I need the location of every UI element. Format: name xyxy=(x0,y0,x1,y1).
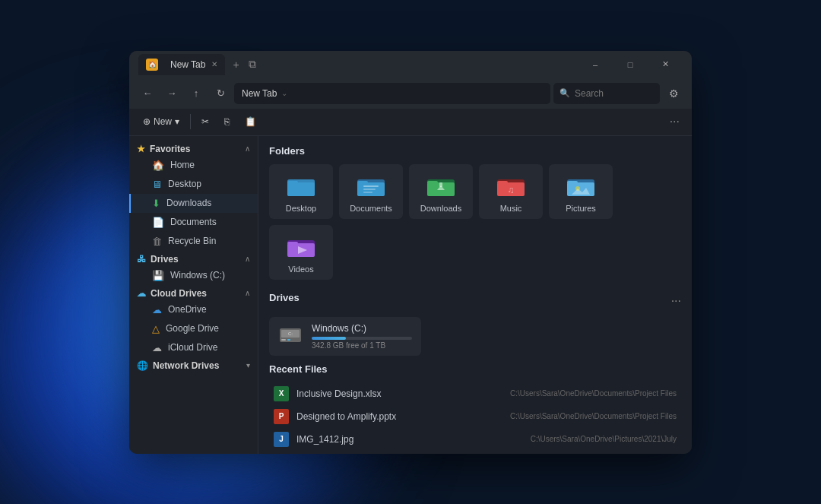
toolbar-separator xyxy=(190,114,191,129)
network-icon: 🌐 xyxy=(137,360,148,371)
icloud-icon: ☁ xyxy=(152,342,162,353)
new-button[interactable]: ⊕ New ▾ xyxy=(137,113,185,130)
minimize-button[interactable]: – xyxy=(578,51,613,78)
new-label: New xyxy=(154,116,172,127)
folder-desktop[interactable]: Desktop xyxy=(269,164,333,219)
drive-c-name: Windows (C:) xyxy=(312,323,412,334)
search-icon: 🔍 xyxy=(559,88,570,98)
copy-icon: ⎘ xyxy=(224,116,230,127)
folder-videos-icon xyxy=(286,234,316,260)
drives-section-row: Drives ··· xyxy=(269,292,681,311)
svg-rect-17 xyxy=(497,181,508,184)
sidebar-item-recycle[interactable]: 🗑 Recycle Bin xyxy=(129,232,258,251)
maximize-button[interactable]: □ xyxy=(613,51,648,78)
sidebar-item-icloud[interactable]: ☁ iCloud Drive xyxy=(129,338,258,357)
file-path: C:\Users\Sara\OneDrive\Documents\Project… xyxy=(510,389,677,398)
recent-file-row[interactable]: W Power & Simplicity.docx C:\Users\Sara\… xyxy=(269,451,681,454)
main-content: ★ Favorites ∧ 🏠 Home 🖥 Desktop ⬇ Downloa… xyxy=(129,136,692,454)
recent-file-row[interactable]: X Inclusive Design.xlsx C:\Users\Sara\On… xyxy=(269,382,681,405)
settings-button[interactable]: ⚙ xyxy=(663,83,684,104)
folder-music-label: Music xyxy=(500,204,522,213)
sidebar-item-label: Windows (C:) xyxy=(170,270,225,281)
folders-section-title: Folders xyxy=(269,145,681,157)
new-tab-button[interactable]: + xyxy=(228,57,243,72)
folder-documents[interactable]: Documents xyxy=(339,164,403,219)
close-button[interactable]: ✕ xyxy=(648,51,683,78)
recent-file-row[interactable]: J IMG_1412.jpg C:\Users\Sara\OneDrive\Pi… xyxy=(269,428,681,451)
recycle-icon: 🗑 xyxy=(152,236,162,247)
folder-documents-icon xyxy=(356,173,386,199)
folder-pictures[interactable]: Pictures xyxy=(549,164,613,219)
jpg-icon: J xyxy=(274,432,289,447)
folder-music[interactable]: ♫ Music xyxy=(479,164,543,219)
forward-button[interactable]: → xyxy=(161,83,182,104)
folder-desktop-label: Desktop xyxy=(286,204,316,213)
toolbar-more-button[interactable]: ··· xyxy=(665,112,684,132)
search-input[interactable] xyxy=(575,88,651,99)
up-button[interactable]: ↑ xyxy=(185,83,207,104)
svg-text:♫: ♫ xyxy=(508,185,515,195)
drives-section-title: Drives xyxy=(269,292,300,303)
drive-c-bar xyxy=(312,337,412,340)
home-icon: 🏠 xyxy=(152,160,164,171)
folder-documents-label: Documents xyxy=(350,204,392,213)
svg-rect-14 xyxy=(439,182,442,187)
folder-videos[interactable]: Videos xyxy=(269,225,333,280)
tab-close-button[interactable]: ✕ xyxy=(211,60,217,68)
svg-rect-21 xyxy=(567,181,578,184)
favorites-star-icon: ★ xyxy=(137,144,145,154)
address-bar[interactable]: New Tab ⌄ xyxy=(234,83,550,104)
sidebar-item-onedrive[interactable]: ☁ OneDrive xyxy=(129,300,258,319)
sidebar-item-desktop[interactable]: 🖥 Desktop xyxy=(129,175,258,194)
drives-icon: 🖧 xyxy=(137,254,146,265)
folder-desktop-icon xyxy=(286,173,316,199)
tab-options-button[interactable]: ⧉ xyxy=(244,56,261,72)
file-path: C:\Users\Sara\OneDrive\Pictures\2021\Jul… xyxy=(531,435,677,443)
sidebar-item-downloads[interactable]: ⬇ Downloads xyxy=(129,194,258,213)
sidebar-item-home[interactable]: 🏠 Home xyxy=(129,156,258,175)
favorites-label: ★ Favorites xyxy=(137,144,190,154)
folders-grid: Desktop Documents xyxy=(269,164,681,280)
sidebar-item-label: Recycle Bin xyxy=(168,236,216,246)
cloud-collapse-icon: ∧ xyxy=(245,289,250,297)
sidebar-item-label: OneDrive xyxy=(168,304,207,315)
drives-more-button[interactable]: ··· xyxy=(671,294,681,308)
back-button[interactable]: ← xyxy=(137,83,158,104)
paste-icon: 📋 xyxy=(245,116,256,127)
drives-label: 🖧 Drives xyxy=(137,254,179,265)
drive-item-c[interactable]: C: Windows (C:) 342.8 GB free of 1 TB xyxy=(269,317,421,356)
sidebar-item-googledrive[interactable]: △ Google Drive xyxy=(129,319,258,338)
drives-section-header[interactable]: 🖧 Drives ∧ xyxy=(129,251,258,266)
cloud-section-header[interactable]: ☁ Cloud Drives ∧ xyxy=(129,285,258,300)
recent-files-title: Recent Files xyxy=(269,363,681,375)
favorites-collapse-icon: ∧ xyxy=(245,144,250,153)
search-bar[interactable]: 🔍 xyxy=(553,83,660,104)
network-label: 🌐 Network Drives xyxy=(137,360,219,371)
network-section-header[interactable]: 🌐 Network Drives ▾ xyxy=(129,357,258,372)
copy-button[interactable]: ⎘ xyxy=(218,113,236,130)
browser-tab[interactable]: 🏠 New Tab ✕ xyxy=(138,54,225,75)
new-chevron-icon: ▾ xyxy=(175,116,179,127)
refresh-button[interactable]: ↻ xyxy=(210,83,231,104)
drive-c-fill xyxy=(312,337,346,340)
sidebar-item-label: Home xyxy=(170,160,195,170)
sidebar-item-windows-drive[interactable]: 💾 Windows (C:) xyxy=(129,266,258,285)
favorites-section-header[interactable]: ★ Favorites ∧ xyxy=(129,141,258,156)
sidebar-item-documents[interactable]: 📄 Documents xyxy=(129,213,258,232)
downloads-icon: ⬇ xyxy=(152,198,160,209)
cut-button[interactable]: ✂ xyxy=(195,113,215,130)
documents-icon: 📄 xyxy=(152,217,164,228)
pptx-icon: P xyxy=(274,409,289,424)
new-icon: ⊕ xyxy=(143,116,151,127)
recent-file-row[interactable]: P Designed to Amplify.pptx C:\Users\Sara… xyxy=(269,405,681,428)
svg-text:C:: C: xyxy=(288,331,293,336)
folder-downloads[interactable]: Downloads xyxy=(409,164,473,219)
cloud-label: ☁ Cloud Drives xyxy=(137,288,207,299)
paste-button[interactable]: 📋 xyxy=(239,113,262,130)
recent-files-section: Recent Files X Inclusive Design.xlsx C:\… xyxy=(269,363,681,454)
folder-downloads-label: Downloads xyxy=(420,204,461,213)
windows-drive-icon: 💾 xyxy=(152,270,164,281)
cut-icon: ✂ xyxy=(201,116,209,127)
toolbar: ⊕ New ▾ ✂ ⎘ 📋 ··· xyxy=(129,109,692,136)
folder-pictures-label: Pictures xyxy=(566,204,596,213)
